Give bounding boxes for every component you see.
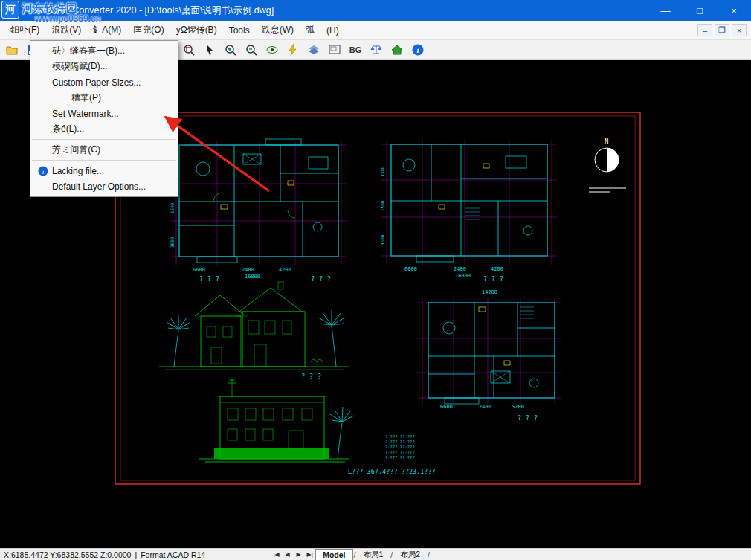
select-button[interactable] [201,42,219,58]
window-title: Acme CAD Converter 2020 - [D:\tools\桌面\说… [24,4,274,17]
dim-text-vertical: 1500 [170,202,175,213]
last-tab-button[interactable]: ▶| [304,551,315,558]
tab-model[interactable]: Model [315,549,352,560]
zoom-out-icon [245,43,258,57]
dim-top-text: 14200 [482,289,497,295]
menu-item-gutter: i [34,166,52,176]
next-tab-button[interactable]: ▶ [293,551,304,558]
dim-text: 2400 [242,267,254,273]
title-block-text: L??? 367.4??? ??23.1??? [348,468,436,475]
menu-arc[interactable]: 弧 [300,21,320,39]
layers-icon [307,43,320,57]
zoom-window-button[interactable] [180,42,198,58]
mdi-restore-button[interactable]: ❐ [715,24,729,36]
drawing-border [115,112,640,484]
viewport-icon [328,43,341,57]
tab-layout1[interactable]: 布局1 [356,549,390,560]
mdi-minimize-button[interactable]: – [697,24,712,36]
legend-line: ?·??? ??·??? [385,445,415,449]
first-tab-button[interactable]: |◀ [271,551,282,558]
legend-line: ?·??? ??·??? [385,455,415,460]
quick-convert-button[interactable] [284,42,302,58]
zoom-window-icon [182,43,196,57]
menu-batch[interactable]: yΩ锣传(B) [170,21,223,39]
zoom-in-button[interactable] [222,42,239,58]
maximize-button[interactable]: □ [683,0,717,21]
dim-text-vertical: 3300 [380,166,385,177]
open-folder-icon [5,43,19,57]
garbled-text: ? ? ? [311,275,331,283]
menu-help[interactable]: (H) [320,22,345,39]
prev-tab-button[interactable]: ◀ [282,551,293,558]
format-readout: Format ACAD R14 [141,550,205,559]
menu-item-d[interactable]: 模碶隔赋(D)... [30,59,178,74]
about-button[interactable]: i [409,42,427,58]
menu-item-b[interactable]: 砝〉缝春喜一(B)... [30,43,178,59]
dim-text-vertical: 3600 [170,236,175,248]
menu-tools[interactable]: Tools [223,22,256,39]
mdi-close-button[interactable]: × [732,24,747,36]
bg-toggle-button-2[interactable]: BG [347,42,364,58]
app-window: Acme CAD Converter 2020 - [D:\tools\桌面\说… [0,0,751,560]
dim-text: 4200 [279,267,291,273]
view-button[interactable] [263,42,281,58]
dim-text: 4200 [491,266,503,272]
floor-plan-top-right: 6600 2400 4200 16800 3300 1500 3600 [380,140,557,279]
palm-trees [167,310,345,367]
palm-tree [330,407,354,459]
dim-text-vertical: 1500 [380,200,385,211]
viewport-button[interactable] [326,42,344,58]
menu-item-custom-paper-sizes[interactable]: Custom Paper Sizes... [30,74,178,90]
menu-item-lacking-file[interactable]: i Lacking file... [30,163,178,178]
home-view-button[interactable] [388,42,406,58]
menu-item-l[interactable]: 条é(L)... [30,121,178,137]
minimize-button[interactable]: — [648,0,683,21]
house-elevation-side [199,379,354,462]
north-symbol: N [589,138,626,192]
dim-text: 5200 [512,404,524,410]
info-icon: i [38,166,48,176]
menu-window[interactable]: 跌怠(W) [256,21,300,39]
menu-file[interactable]: 鈤卟(F) [4,21,45,39]
layout-tabs: |◀ ◀ ▶ ▶| Model / 布局1 / 布局2 / [271,549,431,560]
dim-text: 2400 [479,404,491,410]
scales-icon [370,43,383,57]
zoom-out-button[interactable] [242,42,260,58]
statusbar: X:6185.4472 Y:68382.5552 Z:0.0000 | Form… [0,548,751,560]
menu-item-default-layer-options[interactable]: Default Layer Options... [30,178,178,194]
legend-line: ?·??? ??·??? [385,440,415,444]
dim-total-text: 16800 [455,273,471,279]
menu-separator [32,160,176,161]
floor-plan-top-left: 6600 2400 4200 16800 3300 1500 3600 [170,139,347,280]
garbled-text: ? ? ? [483,275,503,283]
scale-button[interactable] [367,42,385,58]
close-button[interactable]: × [717,0,751,21]
menu-options[interactable]: 匡兜(O) [127,21,170,39]
open-button[interactable] [3,42,21,58]
dim-text: 6600 [193,267,205,273]
eye-icon [265,43,279,57]
menu-item-set-watermark[interactable]: Set Watermark... [30,106,178,121]
window-controls: — □ × [648,0,751,21]
garbled-text: ? ? ? [199,275,219,283]
legend-line: ?·??? ??·??? [385,450,415,454]
menu-item-p[interactable]: 糟苹(P) [30,90,178,106]
context-menu: 砝〉缝春喜一(B)... 模碶隔赋(D)... Custom Paper Siz… [30,40,178,197]
dim-text: 2400 [454,266,466,272]
home-icon [390,43,404,57]
mdi-controls: – ❐ × [697,24,747,36]
tab-layout2[interactable]: 布局2 [393,549,427,560]
north-label: N [605,138,608,145]
dim-text-vertical: 3600 [380,234,385,245]
house-elevation-front [159,282,349,370]
menu-item-c[interactable]: 芳ミ间菁(C) [30,142,178,158]
legend-block: ?·??? ??·??? ?·??? ??·??? ?·??? ??·??? ?… [385,434,415,460]
menu-view[interactable]: 浪跌(V) [45,21,87,39]
layers-button[interactable] [305,42,323,58]
garbled-text: ? ? ? [301,373,321,380]
dim-text: 6600 [440,404,453,410]
titlebar: Acme CAD Converter 2020 - [D:\tools\桌面\说… [0,0,751,21]
drawing-border-inner [120,116,635,480]
menu-separator [32,139,176,140]
menu-m[interactable]: 釒A(M) [87,21,127,39]
